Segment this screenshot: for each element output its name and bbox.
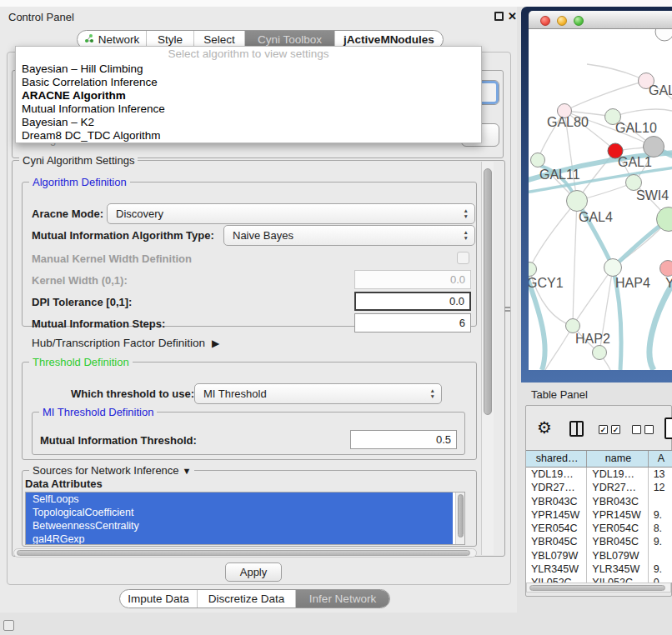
data-attributes-label: Data Attributes xyxy=(25,477,103,492)
zoom-window-icon[interactable] xyxy=(574,16,584,26)
mi-type-label: Mutual Information Algorithm Type: xyxy=(32,228,214,243)
dropdown-item[interactable]: Bayesian – Hill Climbing xyxy=(16,62,481,76)
manual-kernel-checkbox[interactable] xyxy=(457,252,469,264)
mi-steps-field[interactable]: 6 xyxy=(354,313,471,332)
node-gcy1[interactable] xyxy=(529,262,537,277)
table-row[interactable]: YBL079WYBL079W xyxy=(526,549,672,562)
table-panel: ⚙ ✓ ✓ shared… name A YDL19…YDL19…13 YDR2… xyxy=(525,405,672,597)
dropdown-item[interactable]: Bayesian – K2 xyxy=(16,116,481,129)
dropdown-item-highlighted[interactable]: ARACNE Algorithm xyxy=(16,89,481,102)
node-bottom-green[interactable] xyxy=(593,346,607,360)
h-scrollbar-thumb[interactable] xyxy=(17,550,470,556)
settings-horizontal-scrollbar[interactable] xyxy=(13,548,477,558)
close-panel-icon[interactable]: ✕ xyxy=(508,10,517,22)
column-header[interactable]: A xyxy=(649,451,672,467)
dropdown-item[interactable]: Mutual Information Inference xyxy=(16,102,481,116)
close-window-icon[interactable] xyxy=(540,16,550,26)
node-label: GAL80 xyxy=(547,115,589,129)
tab-infer-network[interactable]: Infer Network xyxy=(296,590,389,608)
combo-stepper-icon: ▲▼ xyxy=(464,208,469,219)
list-item[interactable]: BetweennessCentrality xyxy=(26,519,453,532)
node-label: HAP4 xyxy=(615,276,650,290)
list-vertical-scrollbar[interactable] xyxy=(455,492,465,544)
table-row[interactable]: YLR345WYLR345W9. xyxy=(526,562,672,576)
list-scrollbar-thumb[interactable] xyxy=(458,494,464,538)
mi-threshold-label: Mutual Information Threshold: xyxy=(40,433,197,448)
column-header[interactable]: name xyxy=(587,451,648,467)
node-label: GAL11 xyxy=(539,168,580,182)
table-row[interactable]: YIL052CYIL052C0. xyxy=(526,576,672,582)
table-panel-title: Table Panel xyxy=(531,388,588,401)
list-item[interactable]: TopologicalCoefficient xyxy=(26,506,453,519)
network-canvas[interactable]: GAL GAL80 GAL10 GAL1 GAL11 SWI4 GAL4 GCY… xyxy=(529,29,672,370)
node-label: HAP2 xyxy=(575,332,610,346)
table-row[interactable]: YER054CYER054C8. xyxy=(526,522,672,535)
columns-icon[interactable] xyxy=(569,421,584,437)
panel-splitter-grip[interactable] xyxy=(504,307,510,314)
kernel-width-label: Kernel Width (0,1): xyxy=(32,273,128,288)
minimize-window-icon[interactable] xyxy=(557,16,567,26)
tab-discretize-data[interactable]: Discretize Data xyxy=(198,590,296,608)
hub-definition-label: Hub/Transcription Factor Definition xyxy=(32,337,205,349)
list-item[interactable]: SelfLoops xyxy=(26,492,453,506)
table-row[interactable]: YDR27…YDR27…12 xyxy=(526,481,672,494)
settings-scrollbar-thumb[interactable] xyxy=(484,168,492,415)
threshold-definition-title: Threshold Definition xyxy=(29,356,133,368)
mi-type-combobox[interactable]: Naive Bayes ▲▼ xyxy=(223,225,475,246)
network-graph: GAL GAL80 GAL10 GAL1 GAL11 SWI4 GAL4 GCY… xyxy=(529,29,672,370)
control-panel-title: Control Panel xyxy=(8,11,74,23)
dropdown-list: Bayesian – Hill Climbing Basic Correlati… xyxy=(16,62,481,142)
data-attributes-list: SelfLoops TopologicalCoefficient Between… xyxy=(25,492,465,545)
cyni-settings-title: Cyni Algorithm Settings xyxy=(19,154,138,167)
node-label: Y xyxy=(665,276,672,290)
node-hap4[interactable] xyxy=(604,259,622,277)
dropdown-item[interactable]: Dream8 DC_TDC Algorithm xyxy=(16,129,481,142)
network-window-titlebar[interactable] xyxy=(529,11,672,29)
settings-gear-icon[interactable]: ⚙ xyxy=(537,418,552,438)
aracne-mode-combobox[interactable]: Discovery ▲▼ xyxy=(107,203,475,224)
top-strip xyxy=(0,0,672,7)
minimized-panel-icon[interactable] xyxy=(3,620,14,631)
node-salmon[interactable] xyxy=(660,261,672,277)
node-gal11[interactable] xyxy=(531,153,545,168)
table-header-row: shared… name A xyxy=(526,451,672,468)
table-scrollbar-thumb[interactable] xyxy=(529,585,665,591)
algorithm-definition-title: Algorithm Definition xyxy=(29,176,130,188)
manual-kernel-label: Manual Kernel Width Definition xyxy=(32,252,192,267)
select-all-checkbox-icon[interactable]: ✓ xyxy=(599,425,608,434)
new-table-icon[interactable] xyxy=(664,418,672,439)
apply-button[interactable]: Apply xyxy=(225,562,282,582)
mi-threshold-field[interactable]: 0.5 xyxy=(350,430,457,449)
deselect-checkbox-icon[interactable] xyxy=(644,425,654,434)
tab-cyni-toolbox-label: Cyni Toolbox xyxy=(258,33,322,46)
table-row[interactable]: YDL19…YDL19…13 xyxy=(526,468,672,481)
table-row[interactable]: YBR043CYBR043C xyxy=(526,495,672,508)
column-header[interactable]: shared… xyxy=(526,451,587,467)
settings-vertical-scrollbar[interactable] xyxy=(481,162,494,555)
which-threshold-label: Which threshold to use: xyxy=(71,387,194,402)
dpi-tolerance-field[interactable]: 0.0 xyxy=(354,292,471,311)
mi-threshold-title: MI Threshold Definition xyxy=(39,406,157,418)
bottom-tabs: Impute Data Discretize Data Infer Networ… xyxy=(119,589,390,608)
table-horizontal-scrollbar[interactable] xyxy=(526,582,671,592)
which-threshold-value: MI Threshold xyxy=(203,388,267,400)
node-gray[interactable] xyxy=(644,137,664,158)
node-label: SWI4 xyxy=(636,188,669,202)
deselect-checkbox-icon[interactable] xyxy=(632,425,641,434)
hub-definition-disclosure[interactable]: Hub/Transcription Factor Definition ▶ xyxy=(32,337,219,349)
kernel-width-field[interactable]: 0.0 xyxy=(354,270,471,289)
algorithm-dropdown-popup: Select algorithm to view settings Bayesi… xyxy=(15,46,482,143)
node-hap2[interactable] xyxy=(566,319,580,333)
select-all-checkbox-icon[interactable]: ✓ xyxy=(611,425,620,434)
node[interactable] xyxy=(655,29,672,41)
table-row[interactable]: YPR145WYPR145W9. xyxy=(526,508,672,522)
node-gal4[interactable] xyxy=(567,191,588,212)
sources-title[interactable]: Sources for Network Inference ▼ xyxy=(29,464,194,477)
float-panel-icon[interactable] xyxy=(494,12,504,21)
tab-impute-data[interactable]: Impute Data xyxy=(120,590,198,608)
dropdown-placeholder: Select algorithm to view settings xyxy=(16,47,481,62)
which-threshold-combobox[interactable]: MI Threshold ▲▼ xyxy=(194,383,442,404)
dropdown-item[interactable]: Basic Correlation Inference xyxy=(16,76,481,89)
table-row[interactable]: YBR045CYBR045C9. xyxy=(526,535,672,548)
list-item[interactable]: gal4RGexp xyxy=(26,532,453,545)
